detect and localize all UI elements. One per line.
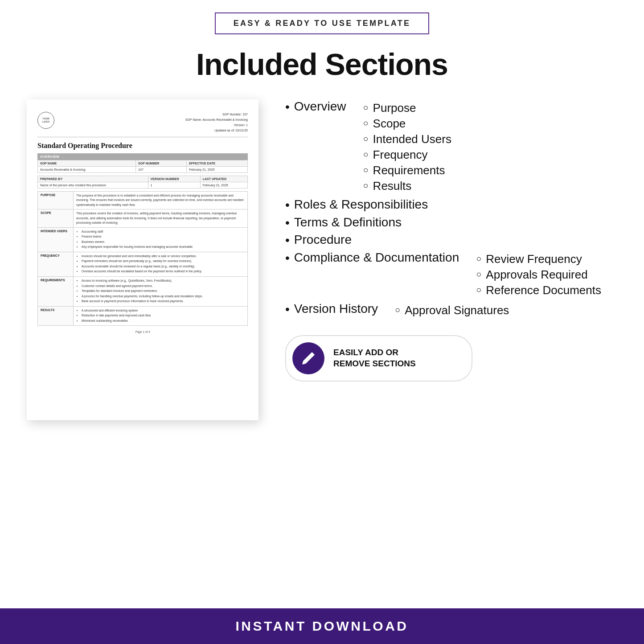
section-procedure: Procedure	[285, 233, 617, 248]
doc-title: Standard Operating Procedure	[37, 142, 248, 150]
bottom-banner: INSTANT DOWNLOAD	[0, 608, 644, 644]
sub-review-frequency: Review Frequency	[476, 252, 601, 266]
sub-approvals-required: Approvals Required	[476, 268, 601, 282]
row-purpose: PURPOSE The purpose of this procedure is…	[38, 191, 248, 209]
content-frequency: Invoices should be generated and sent im…	[74, 252, 248, 276]
row-frequency: FREQUENCY Invoices should be generated a…	[38, 252, 248, 276]
info-table-2: PREPARED BY VERSION NUMBER LAST UPDATED …	[37, 176, 248, 189]
section-version-history: Version History Approval Signatures	[285, 302, 617, 319]
val-prepared-by: Name of the person who created this proc…	[38, 182, 148, 188]
content-intended-users: Accounting staff Finance teams Business …	[74, 227, 248, 252]
content-requirements: Access to invoicing software (e.g., Quic…	[74, 277, 248, 307]
meta-version: Version: 1	[185, 123, 248, 128]
overview-sub: Purpose Scope Intended Users Frequency R…	[351, 101, 451, 195]
section-terms-label: Terms & Definitions	[294, 215, 402, 230]
edit-badge-text: EASILY ADD OR REMOVE SECTIONS	[333, 347, 416, 369]
sections-list: Overview Purpose Scope Intended Users Fr…	[285, 95, 617, 381]
section-overview-label: Overview	[294, 99, 346, 114]
section-version-history-label: Version History	[294, 302, 378, 316]
doc-header: YOUR LOGO SOP Number: 107 SOP Name: Acco…	[37, 112, 248, 137]
edit-icon-circle	[292, 342, 324, 374]
edit-badge: EASILY ADD OR REMOVE SECTIONS	[285, 335, 472, 381]
sub-purpose: Purpose	[363, 101, 451, 115]
pencil-icon	[300, 350, 316, 366]
label-scope: SCOPE	[38, 209, 74, 228]
val-last-updated: February 21, 2025	[200, 182, 247, 188]
meta-updated: Updated as of: 02/21/25	[185, 128, 248, 133]
sub-frequency: Frequency	[363, 148, 451, 162]
val-version-number: 1	[148, 182, 200, 188]
document-preview: YOUR LOGO SOP Number: 107 SOP Name: Acco…	[27, 99, 258, 420]
sub-results: Results	[363, 179, 451, 193]
content-area: YOUR LOGO SOP Number: 107 SOP Name: Acco…	[0, 95, 644, 420]
banner-box: EASY & READY TO USE TEMPLATE	[215, 12, 429, 34]
val-sop-number: 107	[136, 166, 187, 172]
col-version-number: VERSION NUMBER	[148, 176, 200, 182]
sub-scope: Scope	[363, 117, 451, 131]
edit-badge-line2: REMOVE SECTIONS	[333, 358, 416, 369]
main-title: Included Sections	[0, 42, 644, 95]
content-results: A structured and efficient invoicing sys…	[74, 306, 248, 326]
doc-meta: SOP Number: 107 SOP Name: Accounts Recei…	[185, 112, 248, 133]
section-roles: Roles & Responsibilities	[285, 197, 617, 213]
section-procedure-label: Procedure	[294, 233, 352, 247]
content-purpose: The purpose of this procedure is to esta…	[74, 191, 248, 209]
sections-ul: Overview Purpose Scope Intended Users Fr…	[285, 99, 617, 319]
bottom-banner-text: INSTANT DOWNLOAD	[235, 619, 408, 634]
banner-text: EASY & READY TO USE TEMPLATE	[234, 19, 410, 28]
label-intended-users: INTENDED USERS	[38, 227, 74, 252]
sub-requirements: Requirements	[363, 164, 451, 177]
val-sop-name: Accounts Receivable & Invoicing	[38, 166, 136, 172]
page-number: Page 1 of 4	[37, 330, 248, 333]
label-frequency: FREQUENCY	[38, 252, 74, 276]
label-purpose: PURPOSE	[38, 191, 74, 209]
label-results: RESULTS	[38, 306, 74, 326]
row-results: RESULTS A structured and efficient invoi…	[38, 306, 248, 326]
info-table-1: SOP NAME SOP NUMBER EFFECTIVE DATE Accou…	[37, 160, 248, 173]
procedure-table: PURPOSE The purpose of this procedure is…	[37, 191, 248, 326]
overview-header: OVERVIEW	[37, 153, 248, 160]
sub-intended-users: Intended Users	[363, 132, 451, 146]
col-effective-date: EFFECTIVE DATE	[187, 160, 248, 166]
val-effective-date: February 21, 2025	[187, 166, 248, 172]
content-scope: This procedure covers the creation of in…	[74, 209, 248, 228]
section-terms: Terms & Definitions	[285, 215, 617, 230]
label-requirements: REQUIREMENTS	[38, 277, 74, 307]
section-compliance-label: Compliance & Documentation	[294, 250, 459, 265]
row-intended-users: INTENDED USERS Accounting staff Finance …	[38, 227, 248, 252]
sub-approval-signatures: Approval Signatures	[395, 304, 509, 317]
sub-reference-docs: Reference Documents	[476, 283, 601, 297]
edit-badge-line1: EASILY ADD OR	[333, 347, 416, 358]
col-sop-name: SOP NAME	[38, 160, 136, 166]
meta-sop-name: SOP Name: Accounts Receivable & Invoicin…	[185, 117, 248, 123]
row-requirements: REQUIREMENTS Access to invoicing softwar…	[38, 277, 248, 307]
compliance-sub: Review Frequency Approvals Required Refe…	[464, 252, 601, 299]
section-roles-label: Roles & Responsibilities	[294, 197, 428, 212]
section-compliance: Compliance & Documentation Review Freque…	[285, 250, 617, 299]
row-scope: SCOPE This procedure covers the creation…	[38, 209, 248, 228]
col-last-updated: LAST UPDATED	[200, 176, 247, 182]
logo-circle: YOUR LOGO	[37, 112, 54, 129]
col-prepared-by: PREPARED BY	[38, 176, 148, 182]
top-banner: EASY & READY TO USE TEMPLATE	[0, 0, 644, 42]
logo-line2: LOGO	[42, 120, 49, 123]
version-sub: Approval Signatures	[382, 304, 509, 319]
section-overview: Overview Purpose Scope Intended Users Fr…	[285, 99, 617, 195]
logo-line1: YOUR	[42, 117, 49, 120]
col-sop-number: SOP NUMBER	[136, 160, 187, 166]
meta-sop-number: SOP Number: 107	[185, 112, 248, 117]
